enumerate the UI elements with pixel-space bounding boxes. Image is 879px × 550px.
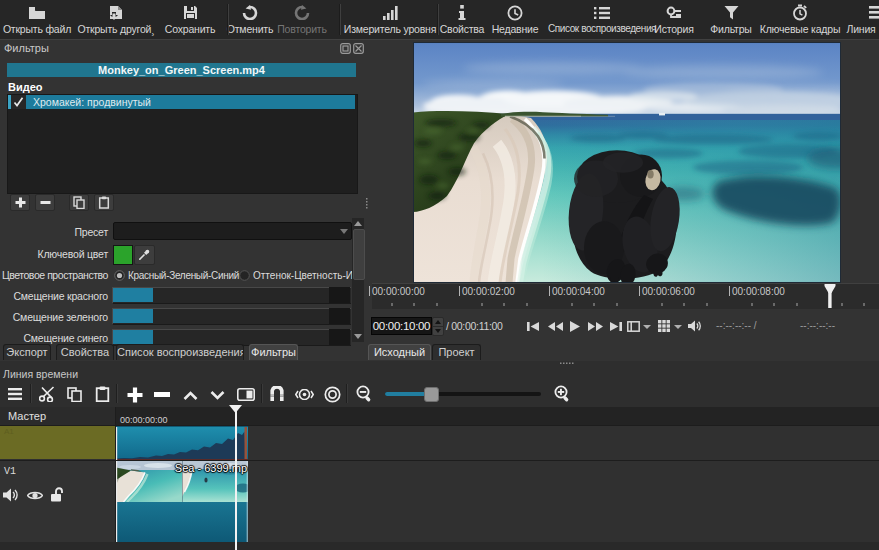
svg-text:00:00:06:00: 00:00:06:00 bbox=[642, 286, 695, 297]
svg-text:00:00:00:00: 00:00:00:00 bbox=[372, 286, 425, 297]
svg-text:00:00:02:00: 00:00:02:00 bbox=[462, 286, 515, 297]
svg-text:00:00:04:00: 00:00:04:00 bbox=[552, 286, 605, 297]
svg-text:00:00:08:00: 00:00:08:00 bbox=[732, 286, 785, 297]
